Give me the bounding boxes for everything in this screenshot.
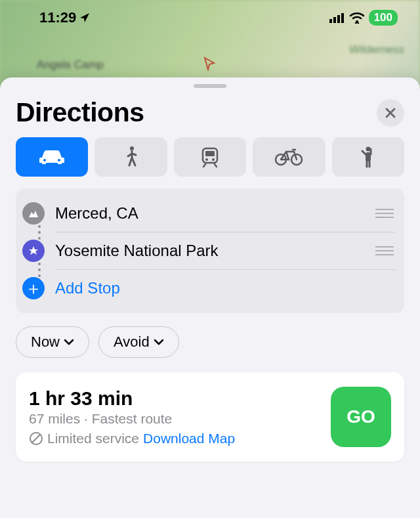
destination-label: Yosemite National Park xyxy=(55,242,365,260)
svg-rect-3 xyxy=(341,13,344,23)
svg-rect-1 xyxy=(333,17,336,23)
mode-rideshare[interactable] xyxy=(332,137,404,177)
mode-walk[interactable] xyxy=(94,137,167,177)
cellular-icon xyxy=(329,12,345,23)
route-warning: Limited service xyxy=(47,431,139,446)
origin-icon xyxy=(22,202,45,225)
route-duration: 1 hr 33 min xyxy=(29,387,322,410)
page-title: Directions xyxy=(16,97,144,128)
route-subtitle: 67 miles · Fastest route xyxy=(29,411,322,427)
svg-rect-9 xyxy=(205,151,215,156)
transport-mode-row xyxy=(16,137,404,177)
origin-label: Merced, CA xyxy=(55,204,365,223)
add-stop-row[interactable]: ＋ Add Stop xyxy=(22,270,395,307)
options-row: Now Avoid xyxy=(16,326,404,358)
close-icon xyxy=(385,107,396,119)
svg-rect-2 xyxy=(337,15,340,23)
depart-time-chip[interactable]: Now xyxy=(16,326,89,358)
svg-point-11 xyxy=(212,158,215,161)
transit-icon xyxy=(200,146,220,168)
location-services-icon xyxy=(79,12,91,24)
destination-icon xyxy=(22,240,45,262)
no-service-icon xyxy=(29,431,43,446)
svg-point-6 xyxy=(58,159,60,162)
destination-row[interactable]: Yosemite National Park xyxy=(22,232,395,269)
svg-point-14 xyxy=(366,147,370,152)
svg-point-10 xyxy=(205,158,208,161)
route-info: 1 hr 33 min 67 miles · Fastest route Lim… xyxy=(29,387,322,446)
close-button[interactable] xyxy=(377,99,404,127)
drag-handle-icon[interactable] xyxy=(375,246,395,255)
walk-icon xyxy=(124,146,138,168)
origin-row[interactable]: Merced, CA xyxy=(22,195,395,232)
mode-cycle[interactable] xyxy=(253,137,325,177)
map-label-angels-camp: Angels Camp xyxy=(37,58,104,72)
map-label-wilderness: Wilderness xyxy=(349,43,404,56)
depart-time-label: Now xyxy=(31,334,60,351)
drag-handle-icon[interactable] xyxy=(375,209,395,218)
go-button-label: GO xyxy=(346,406,375,427)
directions-sheet: Directions Merced, CA xyxy=(0,77,420,518)
mode-transit[interactable] xyxy=(174,137,246,177)
bike-icon xyxy=(274,148,303,166)
status-bar: 11:29 100 xyxy=(0,0,420,35)
status-time: 11:29 xyxy=(39,9,76,26)
svg-point-5 xyxy=(43,159,46,162)
route-stops-card: Merced, CA Yosemite National Park ＋ Add … xyxy=(16,188,404,313)
download-map-link[interactable]: Download Map xyxy=(143,431,235,446)
svg-rect-0 xyxy=(329,19,332,23)
avoid-chip[interactable]: Avoid xyxy=(98,326,179,358)
route-result-card[interactable]: 1 hr 33 min 67 miles · Fastest route Lim… xyxy=(16,372,404,462)
svg-point-7 xyxy=(130,146,134,150)
plus-icon: ＋ xyxy=(22,277,45,299)
wifi-icon xyxy=(349,12,365,24)
avoid-label: Avoid xyxy=(114,334,150,351)
chevron-down-icon xyxy=(154,339,164,345)
car-icon xyxy=(38,148,66,165)
add-stop-label: Add Stop xyxy=(55,279,395,297)
svg-point-4 xyxy=(356,20,358,23)
rideshare-icon xyxy=(361,146,375,168)
mode-drive[interactable] xyxy=(16,137,88,177)
sheet-grabber[interactable] xyxy=(194,84,226,88)
map-cursor-icon xyxy=(203,56,215,71)
chevron-down-icon xyxy=(64,339,74,345)
go-button[interactable]: GO xyxy=(331,387,391,447)
battery-badge: 100 xyxy=(369,10,398,26)
